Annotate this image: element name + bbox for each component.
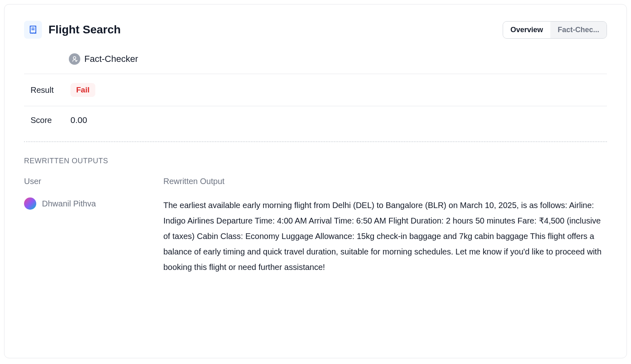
- score-row: Score 0.00: [24, 106, 607, 134]
- outputs-header: User Rewritten Output: [24, 177, 607, 186]
- result-badge: Fail: [70, 83, 95, 97]
- tab-group: Overview Fact-Chec...: [503, 21, 607, 39]
- main-card: Flight Search Overview Fact-Chec... Fact…: [4, 4, 627, 358]
- rewritten-outputs-heading: REWRITTEN OUTPUTS: [24, 157, 607, 165]
- fact-checker-row: Fact-Checker: [24, 53, 607, 74]
- user-avatar: [24, 197, 36, 210]
- rewritten-column-header: Rewritten Output: [163, 177, 224, 186]
- header-row: Flight Search Overview Fact-Chec...: [24, 21, 607, 39]
- score-label: Score: [31, 116, 70, 125]
- dotted-divider: [24, 141, 607, 142]
- receipt-icon: [24, 21, 42, 39]
- title-group: Flight Search: [24, 21, 121, 39]
- tab-overview[interactable]: Overview: [503, 22, 550, 38]
- user-name: Dhwanil Pithva: [42, 199, 96, 208]
- result-row: Result Fail: [24, 74, 607, 106]
- output-row: Dhwanil Pithva The earliest available ea…: [24, 197, 607, 275]
- score-value: 0.00: [70, 115, 87, 125]
- page-title: Flight Search: [48, 23, 121, 36]
- tab-fact-checker[interactable]: Fact-Chec...: [550, 22, 607, 38]
- rewritten-output-text: The earliest available early morning fli…: [163, 197, 607, 275]
- user-cell: Dhwanil Pithva: [24, 197, 163, 210]
- result-label: Result: [31, 86, 70, 95]
- person-icon: [69, 53, 80, 65]
- fact-checker-label: Fact-Checker: [84, 54, 138, 64]
- svg-point-2: [73, 57, 76, 59]
- user-column-header: User: [24, 177, 163, 186]
